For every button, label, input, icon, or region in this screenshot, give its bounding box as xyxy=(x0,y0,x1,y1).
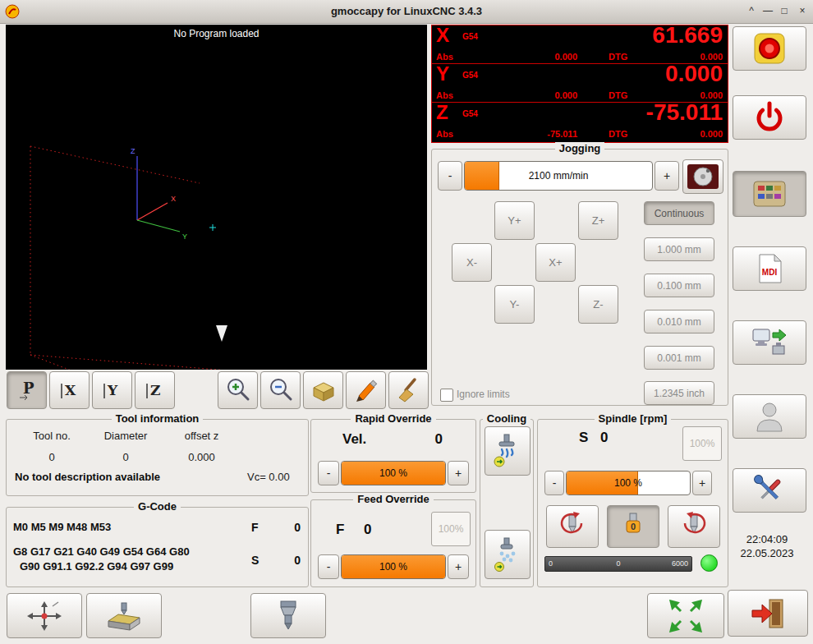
increment-01mm-button[interactable]: 0.100 mm xyxy=(644,274,714,297)
tool-no-value: 0 xyxy=(23,451,80,463)
machine-on-button[interactable] xyxy=(733,95,806,140)
rapid-slider-value: 100 % xyxy=(342,467,445,479)
gcode-panel: G-Code M0 M5 M9 M48 M53 F 0 G8 G17 G21 G… xyxy=(6,507,309,587)
feed-percent-indicator: 100% xyxy=(431,512,471,546)
feed-f-value: 0 xyxy=(364,522,371,538)
rpm-bar-max: 6000 xyxy=(672,559,688,568)
feed-plus-button[interactable]: + xyxy=(448,554,469,579)
clock: 22:04:09 22.05.2023 xyxy=(728,532,806,560)
dro-x-dtg-label: DTG xyxy=(609,52,627,62)
increment-1mm-button[interactable]: 1.000 mm xyxy=(644,237,714,261)
feed-override-slider[interactable]: 100 % xyxy=(341,554,446,579)
close-button[interactable]: × xyxy=(795,4,810,19)
zoom-out-button[interactable] xyxy=(260,371,301,409)
cooling-title: Cooling xyxy=(480,412,533,425)
spindle-rpm-bar: 0 0 6000 xyxy=(544,556,692,572)
toggle-dimensions-button[interactable] xyxy=(303,371,343,409)
preview-canvas: Z X Y xyxy=(6,25,427,370)
jog-y-minus-button[interactable]: Y- xyxy=(494,285,535,324)
manual-mode-button[interactable] xyxy=(733,171,806,217)
dro-x-value: 61.669 xyxy=(652,22,723,48)
mist-coolant-button[interactable] xyxy=(485,530,531,579)
dro-z-value: -75.011 xyxy=(646,99,723,126)
rapid-override-slider[interactable]: 100 % xyxy=(341,461,446,485)
spindle-stop-button[interactable]: 0 xyxy=(607,505,659,548)
x-axis-label: X xyxy=(171,195,176,203)
view-z-button[interactable]: Z xyxy=(135,371,175,409)
rapid-plus-button[interactable]: + xyxy=(448,461,469,485)
user-icon xyxy=(754,400,785,433)
spindle-stop-value: 0 xyxy=(631,522,636,531)
settings-button[interactable] xyxy=(733,468,806,513)
dro-z-subrow: Abs -75.011 DTG 0.000 xyxy=(436,129,723,140)
cooling-panel: Cooling xyxy=(480,419,534,587)
increment-inch-button[interactable]: 1.2345 inch xyxy=(644,381,714,405)
view-x-button[interactable]: X xyxy=(49,371,90,409)
dro-axis-z[interactable]: Z G54 -75.011 Abs -75.011 DTG 0.000 xyxy=(432,103,728,140)
jogging-title: Jogging xyxy=(432,142,728,154)
minimize-button[interactable]: — xyxy=(760,4,775,19)
handwheel-button[interactable] xyxy=(682,159,723,194)
jog-z-plus-button[interactable]: Z+ xyxy=(578,201,618,240)
spindle-plus-button[interactable]: + xyxy=(692,471,712,495)
view-x-letter: X xyxy=(65,382,76,398)
spindle-minus-button[interactable]: - xyxy=(544,471,564,495)
view-x-icon: X xyxy=(57,377,83,403)
feed-minus-button[interactable]: - xyxy=(318,554,339,579)
user-settings-button[interactable] xyxy=(733,394,806,439)
spindle-override-slider[interactable]: 100 % xyxy=(566,471,691,495)
dro-axis-y[interactable]: Y G54 0.000 Abs 0.000 DTG 0.000 xyxy=(432,64,728,103)
shade-button[interactable]: ^ xyxy=(744,4,759,19)
spindle-at-speed-led xyxy=(700,554,718,572)
jog-y-plus-button[interactable]: Y+ xyxy=(494,201,535,240)
jog-z-minus-button[interactable]: Z- xyxy=(578,285,618,324)
clear-plot-button[interactable] xyxy=(388,371,429,409)
mdi-mode-button[interactable]: MDI xyxy=(733,246,806,291)
mist-icon xyxy=(491,536,524,573)
fullscreen-button[interactable] xyxy=(647,593,724,638)
increment-continuous-button[interactable]: Continuous xyxy=(644,201,714,225)
increment-0001mm-button[interactable]: 0.001 mm xyxy=(644,346,714,370)
jog-speed-slider[interactable]: 2100 mm/min xyxy=(464,161,653,191)
view-perspective-button[interactable]: P xyxy=(7,371,47,409)
tool-description: No tool description available xyxy=(15,471,160,483)
power-icon xyxy=(753,100,786,135)
maximize-button[interactable]: □ xyxy=(777,4,792,19)
dro-x-letter: X xyxy=(436,24,449,47)
tool-no-header: Tool no. xyxy=(23,430,80,442)
edit-offsets-button[interactable] xyxy=(346,371,386,409)
rapid-minus-button[interactable]: - xyxy=(318,461,339,485)
spindle-cw-icon xyxy=(676,510,712,543)
jog-x-minus-button[interactable]: X- xyxy=(452,243,492,282)
dro-axis-x[interactable]: X G54 61.669 Abs 0.000 DTG 0.000 xyxy=(432,25,728,64)
spindle-s-value: 0 xyxy=(600,430,608,446)
rapid-override-panel: Rapid Override Vel. 0 - 100 % + xyxy=(310,419,476,493)
dro-y-letter: Y xyxy=(436,62,449,85)
spindle-stop-icon: 0 xyxy=(615,510,651,543)
dro-y-abs-value: 0.000 xyxy=(484,90,577,100)
exit-door-icon xyxy=(750,597,786,630)
tools-icon xyxy=(752,473,787,508)
estop-button[interactable] xyxy=(733,26,806,71)
auto-mode-button[interactable] xyxy=(733,320,806,365)
zoom-in-button[interactable] xyxy=(218,371,258,409)
view-z-icon: Z xyxy=(142,377,168,403)
spindle-ccw-button[interactable] xyxy=(546,505,599,548)
block-height-button[interactable] xyxy=(86,593,162,638)
ignore-limits-checkbox[interactable] xyxy=(440,389,453,402)
gremlin-preview[interactable]: No Program loaded Z X Y xyxy=(6,25,427,370)
flood-coolant-button[interactable] xyxy=(485,426,531,476)
touch-off-button[interactable] xyxy=(7,593,82,638)
touch-off-icon xyxy=(25,600,63,632)
exit-button[interactable] xyxy=(728,590,808,637)
jog-x-plus-button[interactable]: X+ xyxy=(535,243,576,282)
spindle-cw-button[interactable] xyxy=(668,505,720,548)
view-y-button[interactable]: Y xyxy=(92,371,132,409)
jog-speed-minus-button[interactable]: - xyxy=(438,161,462,191)
tool-measure-button[interactable] xyxy=(250,593,326,638)
jog-speed-plus-button[interactable]: + xyxy=(655,161,679,191)
active-m-codes: M0 M5 M9 M48 M53 xyxy=(13,521,111,533)
view-y-icon: Y xyxy=(99,377,126,403)
zoom-out-icon xyxy=(267,376,295,404)
increment-001mm-button[interactable]: 0.010 mm xyxy=(644,310,714,334)
